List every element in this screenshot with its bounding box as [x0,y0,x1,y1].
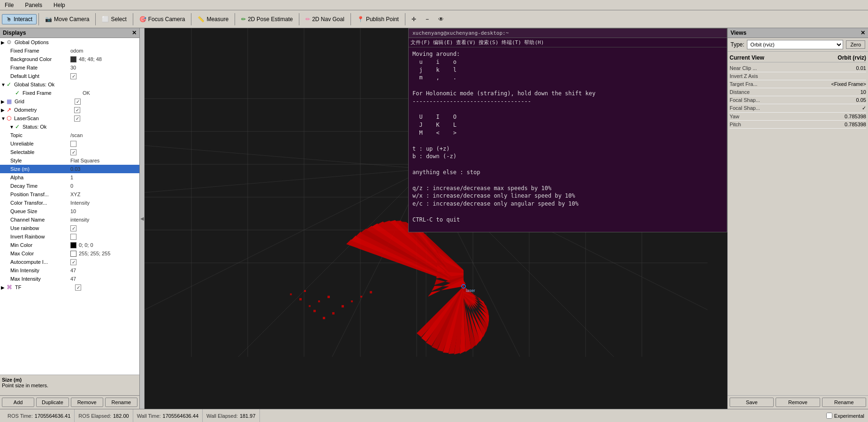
svg-rect-35 [342,305,344,307]
ls-color-row[interactable]: Color Transfor... Intensity [0,199,139,207]
terminal-line: currently: speed 0.5 turn 1.0 [412,231,723,232]
terminal-menubar[interactable]: 文件(F) 编辑(E) 查看(V) 搜索(S) 终端(T) 帮助(H) [409,38,727,47]
move-camera-button[interactable]: 📷 Move Camera [41,14,93,24]
tf-row[interactable]: ▶ ⌘ TF [0,283,139,292]
terminal-panel: xuchenyang@xuchenyang-desktop:~ 文件(F) 编辑… [408,28,727,232]
displays-header: Displays ✕ [0,28,139,38]
fixed-frame-ok-row[interactable]: ✓ Fixed Frame OK [0,89,139,97]
global-options-label: Global Options [14,39,75,45]
toolbar-sep-2 [95,13,96,25]
3d-view[interactable]: laser Z xuchenyang@xuchenyang-desktop:~ … [145,28,727,409]
ls-mincolor-row[interactable]: Min Color 0; 0; 0 [0,241,139,249]
ls-queue-row[interactable]: Queue Size 10 [0,207,139,215]
publish-point-button[interactable]: 📍 Publish Point [353,14,403,24]
duplicate-button[interactable]: Duplicate [36,398,69,407]
svg-rect-36 [351,300,353,302]
remove-button[interactable]: Remove [71,398,103,407]
fixed-frame-row[interactable]: Fixed Frame odom [0,46,139,55]
terminal-line [412,208,723,216]
current-view-section: Current View Orbit (rviz) Near Clip ... … [728,52,868,395]
collapse-handle[interactable]: ◀ [140,28,145,409]
menu-file[interactable]: File [2,1,16,9]
wall-elapsed-item: Wall Elapsed: 181.97 [203,409,260,422]
svg-rect-40 [360,296,362,298]
views-type-select[interactable]: Orbit (rviz) FPS (rviz) Top-down ortho [747,40,843,49]
menu-panels[interactable]: Panels [22,1,45,9]
global-status-icon: ✓ [7,81,11,88]
cv-yaw-label: Yaw [730,114,739,119]
terminal-line [412,137,723,145]
measure-button[interactable]: 📏 Measure [193,14,233,24]
minus-button[interactable]: − [421,14,433,24]
ls-topic-row[interactable]: Topic /scan [0,131,139,139]
fixed-frame-ok-label: Fixed Frame [22,90,83,96]
odometry-row[interactable]: ▶ ↗ Odometry [0,106,139,114]
laserscan-row[interactable]: ▼ ⬡ LaserScan [0,114,139,123]
experimental-label: Experimental [834,413,864,419]
grid-row[interactable]: ▶ ▦ Grid [0,97,139,106]
views-zero-button[interactable]: Zero [846,40,865,49]
experimental-checkbox[interactable] [826,413,832,419]
ls-autocompute-row[interactable]: Autocompute I... [0,258,139,266]
ls-size-label: Size (m) [9,166,70,172]
interact-button[interactable]: 🖱 Interact [2,14,37,24]
svg-line-25 [145,146,426,169]
default-light-row[interactable]: Default Light [0,72,139,80]
views-remove-button[interactable]: Remove [776,398,820,407]
frame-rate-row[interactable]: Frame Rate 30 [0,63,139,72]
laserscan-status-row[interactable]: ▼ ✓ Status: Ok [0,123,139,131]
bg-color-row[interactable]: Background Color 48; 48; 48 [0,55,139,63]
help-text-area: Size (m) Point size in meters. [0,375,139,395]
ls-maxint-row[interactable]: Max Intensity 47 [0,275,139,283]
ls-status-expand: ▼ [9,124,15,130]
ls-size-row[interactable]: Size (m) 0.03 [0,165,139,173]
ls-selectable-row[interactable]: Selectable [0,148,139,156]
ls-status-label: Status: Ok [22,124,83,130]
cv-focal2-val: ✓ [862,105,866,111]
ls-channel-row[interactable]: Channel Name intensity [0,215,139,224]
ls-autocompute-check [70,259,76,265]
experimental-check[interactable]: Experimental [826,413,864,419]
odometry-expand: ▶ [1,107,7,113]
pose-estimate-button[interactable]: ✏ 2D Pose Estimate [237,14,297,24]
global-status-row[interactable]: ▼ ✓ Global Status: Ok [0,80,139,89]
ls-unreliable-row[interactable]: Unreliable [0,139,139,148]
ls-pos-row[interactable]: Position Transf... XYZ [0,190,139,199]
tf-label: TF [14,284,75,290]
ls-style-row[interactable]: Style Flat Squares [0,156,139,165]
ls-maxcolor-row[interactable]: Max Color 255; 255; 255 [0,249,139,258]
pose-estimate-icon: ✏ [241,16,246,23]
global-options-row[interactable]: ▶ ⚙ Global Options [0,38,139,46]
eye-button[interactable]: 👁 [434,14,448,24]
bg-color-swatch [70,56,76,62]
displays-close-icon[interactable]: ✕ [132,30,137,36]
svg-line-24 [145,169,426,192]
svg-rect-41 [370,291,372,293]
ls-alpha-row[interactable]: Alpha 1 [0,173,139,182]
terminal-line: w/x : increase/decrease only linear spee… [412,192,723,200]
ls-rainbow-row[interactable]: Use rainbow [0,224,139,232]
nav-goal-button[interactable]: ✏ 2D Nav Goal [301,14,349,24]
terminal-line: U I O [412,113,723,121]
ls-minint-row[interactable]: Min Intensity 47 [0,266,139,275]
views-close-icon[interactable]: ✕ [860,30,865,36]
grid-expand: ▶ [1,99,7,104]
plus-button[interactable]: ✛ [407,14,420,24]
ls-status-icon: ✓ [15,123,20,130]
svg-rect-39 [327,296,330,298]
cv-target-fra-val: <Fixed Frame> [831,81,866,87]
menu-help[interactable]: Help [51,1,68,9]
views-save-button[interactable]: Save [730,398,774,407]
focus-camera-button[interactable]: 🎯 Focus Camera [135,14,190,24]
default-light-label: Default Light [9,73,70,79]
ls-invert-row[interactable]: Invert Rainbow [0,232,139,241]
views-rename-button[interactable]: Rename [822,398,866,407]
nav-goal-icon: ✏ [305,16,310,23]
wall-time-val: 1705564636.44 [163,413,198,419]
cv-near-clip-label: Near Clip ... [730,65,757,71]
svg-rect-38 [290,293,292,295]
add-button[interactable]: Add [2,398,34,407]
rename-button[interactable]: Rename [105,398,137,407]
ls-decay-row[interactable]: Decay Time 0 [0,182,139,190]
select-button[interactable]: ⬜ Select [98,14,130,24]
